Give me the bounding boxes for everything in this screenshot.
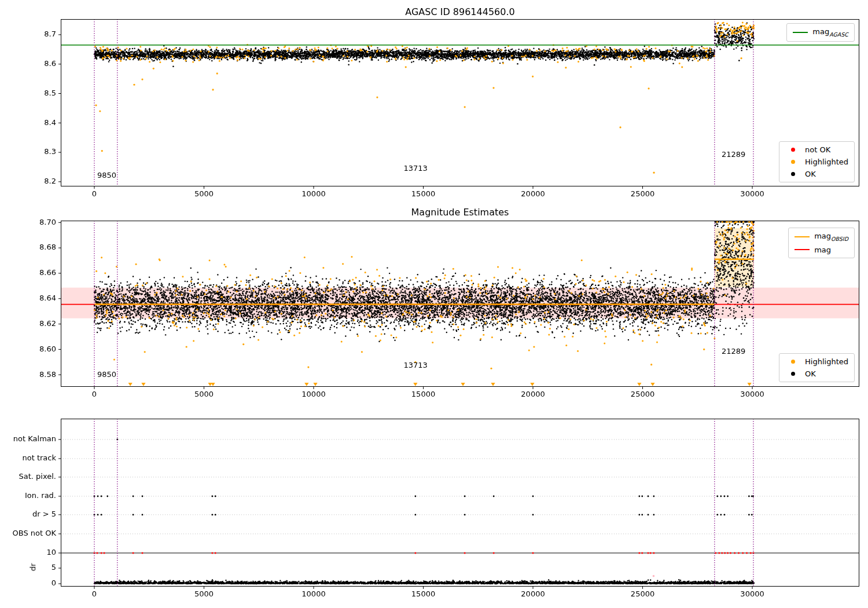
- legend-entry: OK: [785, 170, 848, 178]
- legend-label-text: OK: [805, 369, 816, 378]
- legend-entry: Highlighted: [785, 357, 848, 366]
- legend-point-classes-2: Highlighted OK: [779, 353, 855, 382]
- legend-entry: magAGASC: [793, 27, 848, 38]
- row-label-3: Ion. rad.: [0, 491, 56, 500]
- legend-mag-lines: magOBSID mag: [788, 228, 855, 258]
- row-label-1: not track: [0, 453, 56, 462]
- black-dot-swatch: [791, 372, 795, 376]
- plot2-title: Magnitude Estimates: [61, 207, 859, 218]
- line-swatch-wrap: [795, 249, 810, 250]
- legend-label-text: mag: [812, 27, 829, 36]
- chart-canvas: [0, 0, 868, 608]
- annotation-9850: 9850: [97, 370, 116, 379]
- legend-label-text: mag: [814, 232, 831, 240]
- black-dot-swatch: [791, 172, 795, 176]
- orange-dot-swatch: [791, 160, 795, 164]
- annotation-13713: 13713: [403, 164, 427, 173]
- legend-entry: Highlighted: [785, 158, 848, 166]
- dot-swatch-wrap: [785, 360, 800, 364]
- legend-entry: not OK: [785, 145, 848, 154]
- legend-label-text: Highlighted: [805, 158, 848, 166]
- legend-label-subscript: OBSID: [831, 236, 848, 242]
- green-line-swatch: [793, 32, 808, 33]
- orange-line-swatch: [795, 236, 810, 237]
- row-label-0: not Kalman: [0, 434, 56, 443]
- line-swatch-wrap: [795, 236, 810, 237]
- row-label-2: Sat. pixel.: [0, 472, 56, 481]
- legend-label: magOBSID: [814, 232, 848, 242]
- plot1-title: AGASC ID 896144560.0: [61, 6, 859, 17]
- figure: AGASC ID 896144560.0 Magnitude Estimates…: [0, 0, 868, 608]
- dot-swatch-wrap: [785, 160, 800, 164]
- legend-entry: magOBSID: [795, 232, 848, 242]
- legend-label-text: not OK: [805, 145, 830, 154]
- legend-label-subscript: AGASC: [829, 31, 848, 38]
- dr-axis-label: dr: [28, 563, 37, 572]
- annotation-21289: 21289: [722, 150, 745, 159]
- red-dot-swatch: [791, 148, 795, 152]
- line-swatch-wrap: [793, 32, 808, 33]
- legend-label: magAGASC: [812, 27, 848, 38]
- annotation-21289: 21289: [722, 347, 745, 356]
- dot-swatch-wrap: [785, 372, 800, 376]
- legend-entry: OK: [785, 369, 848, 378]
- orange-dot-swatch: [791, 360, 795, 364]
- legend-entry: mag: [795, 246, 848, 254]
- annotation-9850: 9850: [97, 171, 116, 180]
- dot-swatch-wrap: [785, 172, 800, 176]
- legend-point-classes: not OK Highlighted OK: [779, 141, 855, 182]
- row-label-4: dr > 5: [0, 510, 56, 518]
- legend-label-text: Highlighted: [805, 357, 848, 366]
- red-line-swatch: [795, 249, 810, 250]
- annotation-13713: 13713: [403, 361, 427, 369]
- legend-mag-agasc: magAGASC: [786, 23, 855, 42]
- row-label-5: OBS not OK: [0, 529, 56, 537]
- legend-label-text: mag: [814, 246, 831, 254]
- dot-swatch-wrap: [785, 148, 800, 152]
- legend-label-text: OK: [805, 170, 816, 178]
